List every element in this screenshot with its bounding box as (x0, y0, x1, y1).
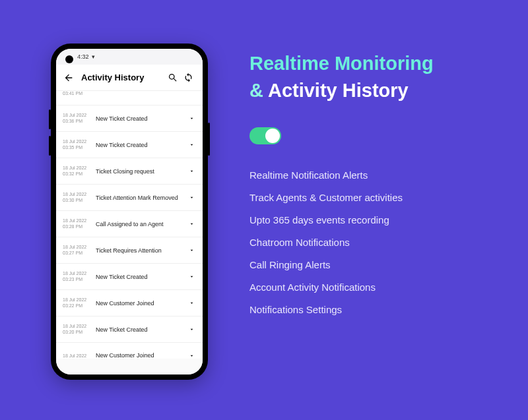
activity-list[interactable]: 03:41 PM 18 Jul 202203:36 PMNew Ticket C… (56, 91, 203, 375)
feature-item: Call Ringing Alerts (249, 259, 500, 270)
expand-button[interactable] (187, 168, 196, 174)
marketing-panel: Realtime Monitoring & Activity History R… (249, 50, 500, 326)
feature-item: Notifications Settings (249, 304, 500, 315)
list-item[interactable]: 18 Jul 202203:27 PMTicket Requires Atten… (56, 237, 203, 264)
status-dropdown-icon: ▾ (92, 53, 95, 60)
list-item[interactable]: 18 Jul 202203:32 PMTicket Closing reques… (56, 158, 203, 185)
expand-button[interactable] (187, 247, 196, 253)
expand-button[interactable] (187, 195, 196, 200)
chevron-down-icon (189, 115, 195, 121)
list-item[interactable]: 03:41 PM (56, 91, 203, 105)
chevron-down-icon (189, 247, 195, 253)
status-bar: 4:32 ▾ (56, 49, 203, 65)
row-title: New Customer Joined (92, 352, 187, 359)
power-button (208, 123, 210, 156)
status-time: 4:32 (77, 53, 89, 60)
list-item[interactable]: 18 Jul 202203:20 PMNew Ticket Created (56, 316, 203, 343)
toggle-knob (265, 129, 280, 143)
refresh-icon (183, 73, 193, 82)
expand-button[interactable] (187, 353, 196, 359)
arrow-left-icon (63, 73, 74, 83)
row-title: Call Assigned to an Agent (92, 221, 187, 227)
refresh-button[interactable] (180, 70, 196, 86)
headline-part2: Activity History (268, 80, 409, 101)
chevron-down-icon (189, 168, 195, 174)
row-timestamp: 18 Jul 202203:35 PM (63, 139, 92, 150)
svg-line-2 (174, 78, 176, 81)
row-title: Ticket Attention Mark Removed (92, 195, 187, 201)
feature-item: Realtime Notification Alerts (249, 169, 500, 181)
row-title: New Ticket Created (92, 326, 187, 333)
list-item[interactable]: 18 Jul 202203:22 PMNew Customer Joined (56, 290, 203, 316)
phone-screen: 4:32 ▾ Activity History 0 (56, 49, 203, 375)
expand-button[interactable] (187, 115, 196, 121)
feature-item: Upto 365 days events recording (249, 214, 500, 225)
back-button[interactable] (63, 72, 75, 84)
row-timestamp: 18 Jul 202203:20 PM (63, 324, 92, 335)
phone-mockup: 4:32 ▾ Activity History 0 (51, 44, 208, 380)
row-timestamp: 18 Jul 202203:30 PM (63, 192, 92, 203)
expand-button[interactable] (187, 221, 196, 227)
row-timestamp: 18 Jul 202203:28 PM (63, 218, 92, 229)
row-timestamp: 03:41 PM (63, 91, 92, 96)
list-item[interactable]: 18 Jul 202203:30 PMTicket Attention Mark… (56, 185, 203, 211)
list-item[interactable]: 18 Jul 202203:23 PMNew Ticket Created (56, 264, 203, 290)
feature-item: Chatroom Notifications (249, 237, 500, 248)
row-title: New Ticket Created (92, 115, 187, 122)
search-button[interactable] (164, 70, 180, 86)
feature-toggle[interactable] (249, 127, 281, 144)
list-item[interactable]: 18 Jul 202203:28 PMCall Assigned to an A… (56, 211, 203, 237)
camera-hole (65, 55, 73, 63)
row-title: Ticket Closing request (92, 168, 187, 175)
row-timestamp: 18 Jul 202203:36 PM (63, 113, 92, 124)
feature-item: Track Agents & Customer activities (249, 192, 500, 203)
volume-down-button (49, 136, 51, 156)
expand-button[interactable] (187, 142, 196, 148)
chevron-down-icon (189, 142, 195, 148)
headline: Realtime Monitoring & Activity History (249, 50, 500, 104)
row-timestamp: 18 Jul 202203:23 PM (63, 271, 92, 282)
list-item[interactable]: 18 Jul 202203:35 PMNew Ticket Created (56, 132, 203, 158)
headline-part1: Realtime Monitoring (249, 53, 434, 74)
chevron-down-icon (189, 221, 195, 227)
chevron-down-icon (189, 195, 195, 200)
chevron-down-icon (189, 274, 195, 280)
svg-point-1 (169, 75, 174, 80)
row-title: Ticket Requires Attention (92, 247, 187, 254)
page-title: Activity History (81, 73, 164, 82)
row-timestamp: 18 Jul 202203:27 PM (63, 245, 92, 256)
expand-button[interactable] (187, 326, 196, 332)
list-item[interactable]: 18 Jul 2022 New Customer Joined (56, 343, 203, 359)
row-title: New Ticket Created (92, 274, 187, 280)
feature-item: Account Activity Notifications (249, 282, 500, 293)
chevron-down-icon (189, 300, 195, 306)
row-timestamp: 18 Jul 2022 (63, 353, 92, 359)
row-title: New Customer Joined (92, 300, 187, 307)
expand-button[interactable] (187, 274, 196, 280)
headline-ampersand: & (249, 80, 263, 101)
list-item[interactable]: 18 Jul 202203:36 PMNew Ticket Created (56, 105, 203, 132)
row-timestamp: 18 Jul 202203:22 PM (63, 297, 92, 309)
row-timestamp: 18 Jul 202203:32 PM (63, 165, 92, 177)
feature-list: Realtime Notification AlertsTrack Agents… (249, 169, 500, 315)
search-icon (168, 73, 178, 82)
expand-button[interactable] (187, 300, 196, 306)
volume-up-button (49, 109, 51, 129)
chevron-down-icon (189, 326, 195, 332)
app-bar: Activity History (56, 65, 203, 91)
chevron-down-icon (189, 353, 195, 359)
row-title: New Ticket Created (92, 142, 187, 148)
